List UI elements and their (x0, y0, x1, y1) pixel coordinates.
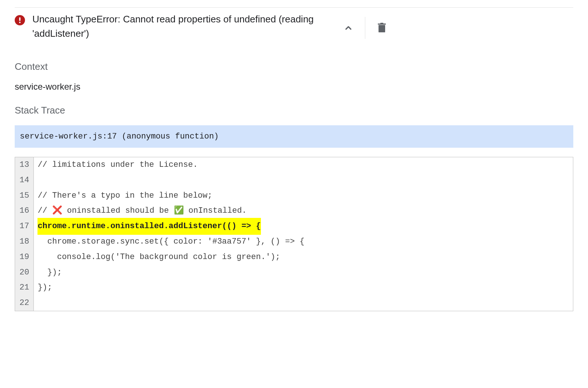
code-line: // There's a typo in the line below; (34, 188, 573, 204)
line-number: 21 (15, 280, 33, 295)
chevron-up-icon (344, 23, 353, 33)
svg-point-0 (19, 22, 21, 23)
line-number: 20 (15, 265, 33, 280)
code-viewer: 13141516171819202122 // limitations unde… (15, 157, 573, 311)
code-line (34, 173, 573, 188)
stack-trace-heading: Stack Trace (15, 105, 573, 116)
error-header: Uncaught TypeError: Cannot read properti… (15, 7, 573, 48)
code-line: chrome.runtime.oninstalled.addListener((… (34, 219, 573, 234)
line-number: 19 (15, 249, 33, 265)
divider (365, 17, 365, 39)
svg-rect-4 (380, 23, 383, 24)
line-number-gutter: 13141516171819202122 (15, 157, 34, 311)
code-content: // limitations under the License.// Ther… (34, 157, 573, 311)
code-line: chrome.storage.sync.set({ color: '#3aa75… (34, 234, 573, 249)
code-line: }); (34, 265, 573, 280)
context-heading: Context (15, 61, 573, 72)
line-number: 14 (15, 173, 33, 188)
collapse-button[interactable] (341, 21, 356, 35)
code-line: console.log('The background color is gre… (34, 249, 573, 265)
error-title: Uncaught TypeError: Cannot read properti… (32, 11, 334, 41)
line-number: 15 (15, 188, 33, 204)
error-icon (15, 15, 25, 25)
line-number: 22 (15, 295, 33, 311)
context-value: service-worker.js (15, 82, 573, 92)
code-line: }); (34, 280, 573, 295)
line-number: 13 (15, 157, 33, 173)
code-line: // ❌ oninstalled should be ✅ onInstalled… (34, 203, 573, 219)
trash-icon (377, 23, 386, 33)
stack-frame[interactable]: service-worker.js:17 (anonymous function… (15, 125, 573, 148)
line-number: 18 (15, 234, 33, 249)
code-line (34, 295, 573, 311)
header-actions (341, 11, 389, 39)
line-number: 17 (15, 219, 33, 234)
svg-rect-1 (19, 17, 21, 21)
line-number: 16 (15, 203, 33, 219)
code-line: // limitations under the License. (34, 157, 573, 173)
svg-rect-2 (379, 25, 385, 32)
delete-button[interactable] (374, 21, 389, 35)
